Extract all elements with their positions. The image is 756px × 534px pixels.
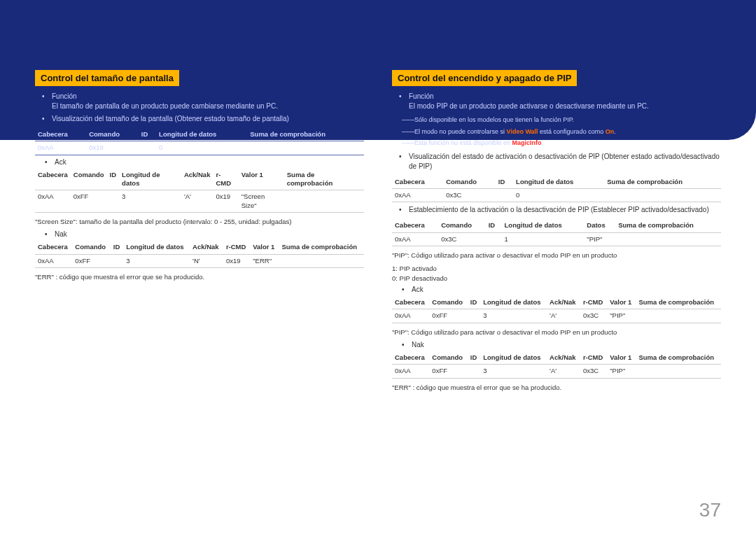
td: 0xAA bbox=[392, 309, 429, 323]
th: Suma de comprobación bbox=[636, 296, 721, 309]
td: 0xFF bbox=[429, 365, 467, 378]
th: Ack/Nak bbox=[547, 351, 580, 365]
th: Comando bbox=[438, 219, 486, 232]
th: Comando bbox=[429, 296, 467, 309]
th: r-CMD bbox=[223, 241, 250, 254]
right-blue-area: Función El modo PIP de un producto puede… bbox=[392, 92, 721, 148]
right-pip-desc2: "PIP": Código utilizado para activar o d… bbox=[392, 328, 721, 337]
th: Suma de comprobación bbox=[636, 351, 721, 365]
td: 0xFF bbox=[71, 190, 107, 213]
th: Comando bbox=[429, 351, 467, 365]
right-func-label: Función bbox=[409, 92, 434, 100]
th: Cabecera bbox=[392, 219, 438, 232]
td bbox=[496, 189, 513, 202]
th: Longitud de datos bbox=[119, 169, 181, 190]
th: Ack/Nak bbox=[181, 169, 214, 190]
td: 0x19 bbox=[86, 141, 139, 155]
th: ID bbox=[139, 128, 156, 141]
th: Comando bbox=[71, 169, 107, 190]
th: Longitud de datos bbox=[502, 219, 584, 232]
td bbox=[468, 309, 480, 323]
right-set-item: Establecimiento de la activación o la de… bbox=[402, 205, 721, 215]
left-nak-label: Nak bbox=[48, 230, 364, 238]
right-err-desc: "ERR" : código que muestra el error que … bbox=[392, 383, 721, 392]
td: 3 bbox=[480, 309, 547, 323]
note3a: ――Esta función no está disponible en bbox=[402, 139, 512, 146]
td: 0x3C bbox=[580, 309, 607, 323]
th: Longitud de datos bbox=[480, 351, 547, 365]
left-nak-list: Nak bbox=[35, 230, 364, 238]
left-ack-label: Ack bbox=[48, 158, 364, 166]
td: "PIP" bbox=[607, 365, 636, 378]
page-content: Control del tamaño de pantalla Función E… bbox=[0, 0, 756, 410]
th: Comando bbox=[72, 241, 110, 254]
td: 'A' bbox=[547, 309, 580, 323]
td: 0xAA bbox=[392, 365, 429, 378]
left-column: Control del tamaño de pantalla Función E… bbox=[35, 70, 364, 396]
td: "PIP" bbox=[584, 232, 615, 246]
th: Longitud de datos bbox=[156, 128, 247, 141]
right-table-1: Cabecera Comando ID Longitud de datos Su… bbox=[392, 176, 721, 203]
note3b: . bbox=[542, 139, 544, 146]
td: 0 bbox=[156, 141, 247, 155]
right-set-list: Establecimiento de la activación o la de… bbox=[392, 205, 721, 215]
right-func-desc: El modo PIP de un producto puede activar… bbox=[409, 102, 649, 110]
td: 3 bbox=[123, 254, 190, 267]
td: 0x3C bbox=[438, 232, 486, 246]
page-number: 37 bbox=[699, 499, 721, 521]
right-note-3: ――Esta función no está disponible en Mag… bbox=[402, 139, 721, 148]
left-view-item: Visualización del tamaño de la pantalla … bbox=[45, 114, 364, 124]
right-note-2: ――El modo no puede controlarse si Video … bbox=[402, 127, 721, 136]
td: 0xFF bbox=[72, 254, 110, 267]
td: 0x3C bbox=[580, 365, 607, 378]
td: 0xAA bbox=[392, 232, 438, 246]
note2-videowall: Video Wall bbox=[507, 128, 538, 135]
td bbox=[284, 190, 364, 213]
td bbox=[486, 232, 502, 246]
th: Valor 1 bbox=[239, 169, 284, 190]
right-table-2: Cabecera Comando ID Longitud de datos Da… bbox=[392, 219, 721, 246]
td bbox=[468, 365, 480, 378]
right-ack-list: Ack bbox=[392, 286, 721, 293]
td bbox=[604, 189, 721, 202]
td: 0xAA bbox=[35, 190, 71, 213]
td bbox=[247, 141, 364, 155]
th: Cabecera bbox=[392, 351, 429, 365]
th: Suma de comprobación bbox=[279, 241, 364, 254]
th: r-CMD bbox=[580, 351, 607, 365]
right-func-list: Función El modo PIP de un producto puede… bbox=[392, 92, 721, 111]
right-nak-label: Nak bbox=[405, 341, 721, 349]
td: 0xAA bbox=[35, 254, 72, 267]
th: Ack/Nak bbox=[547, 296, 580, 309]
td: 3 bbox=[119, 190, 181, 213]
right-view-item: Visualización del estado de activación o… bbox=[402, 152, 721, 171]
td: 'A' bbox=[547, 365, 580, 378]
th: ID bbox=[468, 351, 480, 365]
th: Longitud de datos bbox=[513, 176, 604, 189]
th: Cabecera bbox=[35, 241, 72, 254]
right-pip-off: 0: PIP desactivado bbox=[392, 274, 721, 283]
td bbox=[139, 141, 156, 155]
right-note-1: ――Sólo disponible en los modelos que tie… bbox=[402, 115, 721, 125]
left-func-list: Función El tamaño de pantalla de un prod… bbox=[35, 92, 364, 124]
th: Valor 1 bbox=[607, 351, 636, 365]
th: Cabecera bbox=[392, 176, 443, 189]
th: Comando bbox=[443, 176, 496, 189]
td: 0xAA bbox=[35, 141, 86, 155]
note2a: ――El modo no puede controlarse si bbox=[402, 128, 507, 135]
td: "Screen Size" bbox=[239, 190, 284, 213]
th: Ack/Nak bbox=[190, 241, 223, 254]
th: ID bbox=[111, 241, 123, 254]
td bbox=[636, 309, 721, 323]
right-pip-desc: "PIP": Código utilizado para activar o d… bbox=[392, 251, 721, 260]
right-pip-on: 1: PIP activado bbox=[392, 264, 721, 273]
left-table-1: Cabecera Comando ID Longitud de datos Su… bbox=[35, 128, 364, 155]
td: 0 bbox=[513, 189, 604, 202]
note2-on: On bbox=[606, 128, 615, 135]
td: 3 bbox=[480, 365, 547, 378]
th: Suma de comprobación bbox=[284, 169, 364, 190]
th: Suma de comprobación bbox=[604, 176, 721, 189]
th: ID bbox=[468, 296, 480, 309]
th: ID bbox=[496, 176, 513, 189]
th: Valor 1 bbox=[250, 241, 279, 254]
